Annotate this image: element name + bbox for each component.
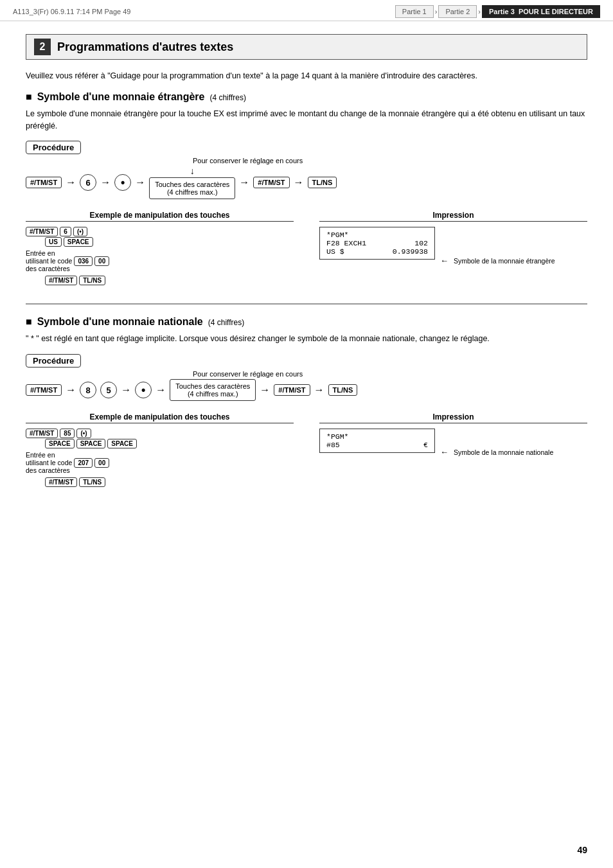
key-tmst-4: #/TM/ST [274,384,310,396]
ex1-row3: Entrée enutilisant le codedes caractères… [26,249,294,272]
key-8: 8 [80,382,96,398]
arrow2: → [100,177,111,188]
arrow8: → [155,385,166,395]
section1-receipt: *PGM* F28 EXCH1 102 US $ 0.939938 [319,227,435,260]
key-dot-1: • [114,174,131,191]
ex1-row1: #/TM/ST 6 (•) [26,227,294,236]
s2-receipt-line1: *PGM* [326,432,428,441]
section2-example-title: Exemple de manipulation des touches [26,412,294,423]
tab-partie1: Partie 1 [395,5,434,18]
section2-desc: " * " est réglé en tant que réglage impl… [26,333,587,345]
section2-receipt: *PGM* #85 € [319,429,435,453]
arrow9: → [260,385,270,395]
section2-key-grid: #/TM/ST 85 (•) SPACE SPACE SPACE [26,429,294,486]
section2-impression-title: Impression [319,412,587,423]
procedure-label-1: Procédure [26,141,81,154]
section1-impression: Impression *PGM* F28 EXCH1 102 US $ 0.93… [319,211,587,284]
section1-chiffres: (4 chiffres) [209,93,245,102]
key-dot-2: • [135,382,152,398]
section2: Symbole d'une monnaie nationale (4 chiff… [26,316,587,486]
touches-box-2: Touches des caractères (4 chiffres max.) [170,379,256,401]
s2-receipt-line2: #85 € [326,441,428,449]
header: A113_3(Fr) 06.9.11 7:14 PM Page 49 Parti… [0,0,613,21]
touches-box-1: Touches des caractères (4 chiffres max.) [149,177,235,199]
main-content: 2 Programmations d'autres textes Veuille… [0,21,613,531]
key-tmst-3: #/TM/ST [26,384,62,396]
tab-partie2: Partie 2 [438,5,477,18]
ex1-row4: #/TM/ST TL/NS [26,276,294,284]
section1-example-title: Exemple de manipulation des touches [26,211,294,222]
intro-text: Veuillez vous référer à "Guidage pour la… [26,70,587,82]
page-number: 49 [577,845,587,855]
section2-impression: Impression *PGM* #85 € ← [319,412,587,486]
key-tlns-1: TL/NS [308,177,337,188]
procedure-label-2: Procédure [26,354,81,368]
section1-examples: Exemple de manipulation des touches #/TM… [26,211,587,284]
section1-symbole-note: Symbole de la monnaie étrangère [454,257,555,265]
flow2-row: #/TM/ST → 8 5 → • → Touches des caractèr… [26,379,587,401]
section1-heading: Symbole d'une monnaie étrangère (4 chiff… [26,91,587,103]
arrow7: → [121,385,131,395]
section-title-box: 2 Programmations d'autres textes [26,34,587,60]
ex1-row2: US SPACE [26,238,294,245]
ex2-row2: SPACE SPACE SPACE [26,439,294,447]
section1: Symbole d'une monnaie étrangère (4 chiff… [26,91,587,285]
receipt-line2: F28 EXCH1 102 [326,239,428,247]
section1-desc: Le symbole d'une monnaie étrangère pour … [26,108,587,132]
section1-key-grid: #/TM/ST 6 (•) US SPACE Entrée enutilisan… [26,227,294,284]
arrow4: → [239,177,249,188]
touches-block-1: ↓ Touches des caractères (4 chiffres max… [149,166,235,199]
flow1-row: #/TM/ST → 6 → • → ↓ Touches des caractèr… [26,166,587,199]
conserver-note-2: Pour conserver le réglage en cours [193,370,587,378]
section-heading: Programmations d'autres textes [57,40,233,54]
flow2: Pour conserver le réglage en cours #/TM/… [26,370,587,401]
arrow10: → [314,385,324,395]
arrow5: → [294,177,304,188]
section-num: 2 [34,39,51,55]
divider1 [26,303,587,305]
tab-partie3: Partie 3 POUR LE DIRECTEUR [482,5,600,18]
key-5: 5 [100,382,117,398]
receipt-line1: *PGM* [326,231,428,239]
section2-key-example: Exemple de manipulation des touches #/TM… [26,412,294,486]
header-meta: A113_3(Fr) 06.9.11 7:14 PM Page 49 [13,8,130,15]
arrow1: → [66,177,76,188]
header-tabs: Partie 1 › Partie 2 › Partie 3 POUR LE D… [395,5,600,18]
section1-key-example: Exemple de manipulation des touches #/TM… [26,211,294,284]
conserver-note-1: Pour conserver le réglage en cours [193,157,587,164]
section2-chiffres: (4 chiffres) [208,318,244,327]
ex2-row4: #/TM/ST TL/NS [26,478,294,486]
ex2-row1: #/TM/ST 85 (•) [26,429,294,438]
key-6: 6 [80,174,96,191]
section2-procedure: Procédure Pour conserver le réglage en c… [26,354,587,401]
section2-heading: Symbole d'une monnaie nationale (4 chiff… [26,316,587,328]
receipt-line3: US $ 0.939938 [326,247,428,256]
arrow3: → [135,177,145,188]
section1-procedure: Procédure Pour conserver le réglage en c… [26,141,587,199]
key-tmst-2: #/TM/ST [253,177,289,188]
section1-impression-title: Impression [319,211,587,222]
key-tmst-1: #/TM/ST [26,177,62,188]
key-tlns-2: TL/NS [328,384,358,396]
section2-symbole-note: Symbole de la monnaie nationale [454,448,553,456]
ex2-row3: Entrée enutilisant le codedes caractères… [26,451,294,474]
arrow6: → [66,385,76,395]
section2-examples: Exemple de manipulation des touches #/TM… [26,412,587,486]
flow1: Pour conserver le réglage en cours #/TM/… [26,157,587,199]
